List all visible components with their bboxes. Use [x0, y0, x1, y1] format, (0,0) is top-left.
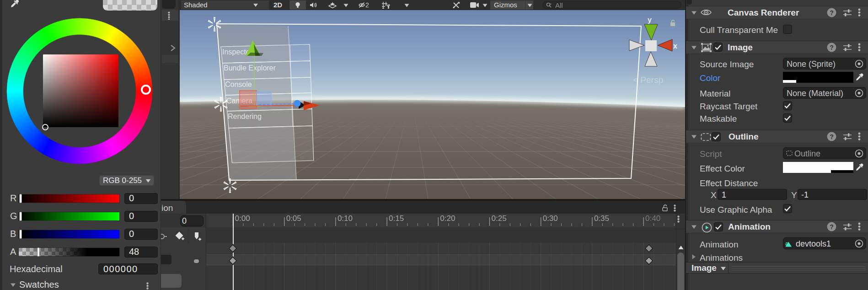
svg-text:Y: Y [386, 4, 390, 9]
svg-text:2: 2 [365, 1, 369, 9]
svg-text:Console: Console [225, 81, 252, 88]
svg-text:?: ? [830, 223, 834, 231]
svg-text:?: ? [830, 44, 834, 51]
svg-text:x: x [673, 42, 677, 50]
svg-text:y: y [648, 16, 652, 24]
svg-text:?: ? [830, 9, 834, 16]
svg-text:?: ? [830, 133, 834, 140]
svg-text:< Persp: < Persp [633, 75, 663, 85]
svg-text:Bundle Explorer: Bundle Explorer [224, 64, 276, 72]
svg-text:Rendering: Rendering [228, 113, 262, 120]
